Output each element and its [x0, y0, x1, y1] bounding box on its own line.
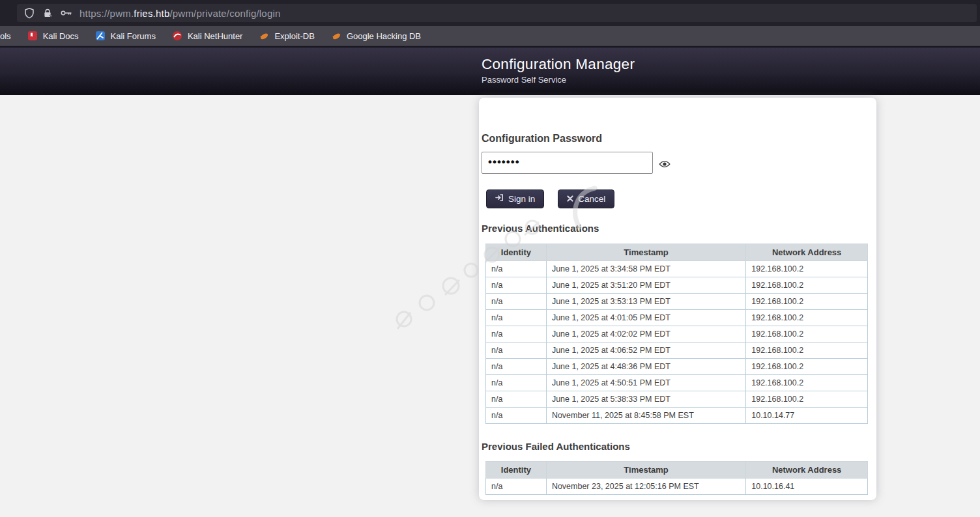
timestamp-cell: June 1, 2025 at 3:53:13 PM EDT [546, 294, 745, 310]
button-row: Sign in Cancel [486, 189, 614, 208]
config-password-heading: Configuration Password [482, 133, 602, 145]
login-arrow-icon [495, 193, 504, 204]
app-header: Configuration Manager Password Self Serv… [0, 46, 980, 95]
cancel-button[interactable]: Cancel [558, 189, 614, 208]
identity-cell: n/a [486, 391, 547, 408]
table-row: n/a June 1, 2025 at 4:06:52 PM EDT 192.1… [486, 342, 868, 359]
timestamp-cell: June 1, 2025 at 3:51:20 PM EDT [546, 277, 745, 294]
key-icon[interactable] [60, 7, 73, 19]
previous-auth-heading: Previous Authentications [482, 223, 599, 234]
network-address-cell: 192.168.100.2 [746, 310, 868, 326]
kali-nethunter-icon [172, 31, 183, 42]
table-row: n/a June 1, 2025 at 5:38:33 PM EDT 192.1… [486, 391, 868, 408]
sign-in-label: Sign in [508, 194, 535, 204]
table-row: n/a November 11, 2025 at 8:45:58 PM EST … [486, 408, 868, 424]
network-address-cell: 192.168.100.2 [746, 261, 868, 277]
page-title: Configuration Manager [482, 56, 635, 73]
table-row: n/a June 1, 2025 at 3:53:13 PM EDT 192.1… [486, 294, 868, 310]
network-address-cell: 192.168.100.2 [746, 342, 868, 359]
col-network-address: Network Address [746, 462, 868, 479]
bookmark-kali-forums[interactable]: Kali Forums [95, 31, 156, 42]
table-row: n/a June 1, 2025 at 3:34:58 PM EDT 192.1… [486, 261, 868, 277]
table-row: n/a June 1, 2025 at 4:01:05 PM EDT 192.1… [486, 310, 868, 326]
network-address-cell: 192.168.100.2 [746, 375, 868, 391]
bookmark-kali-tools[interactable]: ols [0, 31, 11, 41]
bookmark-label: Exploit-DB [274, 31, 314, 41]
network-address-cell: 192.168.100.2 [746, 326, 868, 342]
bookmark-kali-docs[interactable]: Kali Docs [27, 31, 79, 42]
url-text: https://pwm.fries.htb/pwm/private/config… [79, 8, 281, 19]
url-prefix: https://pwm. [79, 8, 134, 19]
timestamp-cell: November 11, 2025 at 8:45:58 PM EST [546, 408, 745, 424]
identity-cell: n/a [486, 310, 547, 326]
url-domain: fries.htb [134, 8, 169, 19]
identity-cell: n/a [486, 342, 547, 359]
bookmark-kali-nethunter[interactable]: Kali NetHunter [172, 31, 243, 42]
timestamp-cell: June 1, 2025 at 4:48:36 PM EDT [546, 359, 745, 375]
exploitdb-bug-icon [259, 31, 270, 42]
table-row: n/a June 1, 2025 at 3:51:20 PM EDT 192.1… [486, 277, 868, 294]
ghdb-bug-icon [331, 31, 342, 42]
timestamp-cell: June 1, 2025 at 3:34:58 PM EDT [546, 261, 745, 277]
bookmark-label: Kali Docs [43, 31, 79, 41]
page-subtitle: Password Self Service [482, 75, 635, 85]
col-timestamp: Timestamp [546, 244, 745, 261]
identity-cell: n/a [486, 375, 547, 391]
bookmarks-bar: ols Kali Docs Kali Forums Kali NetHunter… [0, 26, 980, 46]
table-row: n/a June 1, 2025 at 4:50:51 PM EDT 192.1… [486, 375, 868, 391]
network-address-cell: 192.168.100.2 [746, 277, 868, 294]
previous-auth-table: Identity Timestamp Network Address n/a J… [485, 244, 868, 424]
network-address-cell: 10.10.14.77 [746, 408, 868, 424]
bookmark-label: Kali Forums [111, 31, 156, 41]
identity-cell: n/a [486, 408, 547, 424]
bookmark-label: Google Hacking DB [347, 31, 421, 41]
sign-in-button[interactable]: Sign in [486, 189, 544, 208]
network-address-cell: 192.168.100.2 [746, 391, 868, 408]
identity-cell: n/a [486, 261, 547, 277]
table-row: n/a November 23, 2025 at 12:05:16 PM EST… [486, 479, 868, 495]
cancel-label: Cancel [578, 194, 605, 204]
kali-docs-icon [27, 31, 38, 42]
config-password-input[interactable] [482, 152, 653, 174]
network-address-cell: 192.168.100.2 [746, 359, 868, 375]
lock-warning-icon[interactable] [42, 7, 53, 19]
url-bar[interactable]: https://pwm.fries.htb/pwm/private/config… [17, 4, 977, 22]
identity-cell: n/a [486, 294, 547, 310]
bookmark-exploit-db[interactable]: Exploit-DB [259, 31, 314, 42]
bookmark-label: ols [0, 31, 11, 41]
col-identity: Identity [486, 462, 547, 479]
kali-forums-icon [95, 31, 106, 42]
timestamp-cell: November 23, 2025 at 12:05:16 PM EST [546, 479, 745, 495]
x-icon [567, 194, 573, 204]
shield-icon[interactable] [23, 7, 35, 19]
identity-cell: n/a [486, 277, 547, 294]
timestamp-cell: June 1, 2025 at 4:01:05 PM EDT [546, 310, 745, 326]
failed-auth-table: Identity Timestamp Network Address n/a N… [485, 461, 868, 495]
network-address-cell: 10.10.16.41 [746, 479, 868, 495]
table-header-row: Identity Timestamp Network Address [486, 244, 868, 261]
url-path: /pwm/private/config/login [169, 8, 280, 19]
config-login-card: Configuration Password Sign in Cancel [479, 98, 876, 500]
table-row: n/a June 1, 2025 at 4:02:02 PM EDT 192.1… [486, 326, 868, 342]
col-network-address: Network Address [746, 244, 868, 261]
timestamp-cell: June 1, 2025 at 4:50:51 PM EDT [546, 375, 745, 391]
eye-icon[interactable] [659, 159, 670, 171]
table-header-row: Identity Timestamp Network Address [486, 462, 868, 479]
network-address-cell: 192.168.100.2 [746, 294, 868, 310]
failed-auth-heading: Previous Failed Authentications [482, 441, 630, 452]
timestamp-cell: June 1, 2025 at 5:38:33 PM EDT [546, 391, 745, 408]
identity-cell: n/a [486, 326, 547, 342]
browser-toolbar: https://pwm.fries.htb/pwm/private/config… [0, 0, 980, 26]
table-row: n/a June 1, 2025 at 4:48:36 PM EDT 192.1… [486, 359, 868, 375]
identity-cell: n/a [486, 359, 547, 375]
timestamp-cell: June 1, 2025 at 4:06:52 PM EDT [546, 342, 745, 359]
bookmark-google-hacking-db[interactable]: Google Hacking DB [331, 31, 421, 42]
timestamp-cell: June 1, 2025 at 4:02:02 PM EDT [546, 326, 745, 342]
col-identity: Identity [486, 244, 547, 261]
bookmark-label: Kali NetHunter [188, 31, 243, 41]
col-timestamp: Timestamp [546, 462, 745, 479]
identity-cell: n/a [486, 479, 547, 495]
